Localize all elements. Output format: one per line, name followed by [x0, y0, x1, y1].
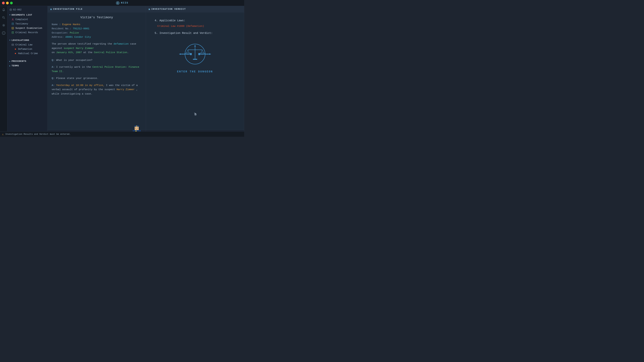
- a2-highlight2: Harry Zimmer: [116, 88, 135, 91]
- precedents-header-label: Precedents: [12, 60, 26, 62]
- svg-line-5: [4, 18, 5, 19]
- case-id: 02-002: [8, 7, 48, 13]
- sidebar: 02-002 ▼ Documents List Complaint Testim…: [8, 6, 48, 137]
- name-value: Eugene Hanks: [62, 23, 80, 26]
- svg-rect-54: [193, 59, 197, 60]
- defamation-icon: [14, 48, 17, 50]
- criminal-records-icon: [12, 31, 14, 34]
- settings-icon[interactable]: [1, 23, 6, 28]
- maximize-button[interactable]: [10, 2, 13, 4]
- sidebar-item-habitual-crime[interactable]: Habitual Crime: [8, 51, 48, 56]
- qa-item-2: A: I currently work in the Central Polic…: [52, 65, 142, 73]
- close-button[interactable]: [2, 2, 5, 4]
- file-panel-icon: ▣: [50, 8, 52, 10]
- qa-item-4: A: Yesterday at 18:00 in my office, I wa…: [52, 83, 142, 96]
- terms-header[interactable]: ▶ Terms: [8, 63, 48, 68]
- resident-value: 791212-0001: [73, 27, 90, 30]
- sidebar-item-suspect-examination[interactable]: Suspect Examination: [8, 26, 48, 30]
- main-layout: ? 02-002 ▼ Documents List Complaint: [0, 6, 244, 137]
- svg-point-6: [3, 25, 4, 26]
- search-icon[interactable]: [1, 15, 6, 20]
- address-value1: 48001: [65, 36, 73, 38]
- testimony-text3: on: [52, 51, 55, 54]
- dungeon-image: [175, 41, 215, 68]
- sidebar-item-defamation[interactable]: Defamation: [8, 47, 48, 51]
- status-warning-icon: ⚠: [2, 133, 4, 136]
- svg-rect-63: [205, 54, 206, 54]
- a1-text: I currently work in the: [56, 66, 92, 68]
- a1-label: A:: [52, 66, 55, 68]
- verdict-section4-title: 4. Applicable Laws:: [155, 19, 235, 22]
- testimony-hl4: Central Police Station: [94, 51, 127, 54]
- dungeon-area[interactable]: Enter the Dungeon: [150, 38, 240, 77]
- suspect-exam-icon: [12, 27, 14, 29]
- verdict-section-4: 4. Applicable Laws: Criminal Law #1000 (…: [150, 16, 240, 38]
- occupation-field: Occupation: Police: [52, 31, 142, 34]
- svg-marker-56: [179, 53, 181, 55]
- qa-item-1: Q: What is your occupation?: [52, 58, 142, 62]
- left-icon-strip: ?: [0, 6, 8, 137]
- sidebar-item-criminal-records[interactable]: Criminal Records: [8, 30, 48, 35]
- file-panel-content: Victim's Testimony Name : Eugene Hanks R…: [48, 12, 146, 130]
- documents-arrow-icon: ▼: [10, 14, 10, 16]
- notification-icon[interactable]: [1, 7, 6, 12]
- testimony-hl1: defamation: [114, 42, 129, 45]
- terms-header-label: Terms: [12, 64, 19, 67]
- svg-rect-60: [198, 53, 200, 55]
- documents-header-label: Documents List: [12, 14, 32, 16]
- svg-rect-33: [136, 129, 138, 129]
- address-label: Address:: [52, 36, 64, 38]
- sidebar-item-criminal-law[interactable]: Criminal Law: [8, 42, 48, 47]
- svg-point-17: [12, 28, 13, 28]
- svg-point-4: [2, 16, 4, 18]
- svg-marker-59: [209, 53, 211, 55]
- svg-point-25: [15, 49, 16, 50]
- q2-text: Please state your grievance.: [56, 77, 98, 80]
- precedents-header[interactable]: ▶ Precedents: [8, 59, 48, 63]
- investigation-file-panel: ▣ Investigation File Victim's Testimony …: [48, 6, 146, 137]
- minimize-button[interactable]: [6, 2, 9, 4]
- svg-rect-13: [12, 23, 14, 25]
- help-icon[interactable]: ?: [1, 30, 6, 35]
- resident-field: Resident No.: 791212-0001: [52, 27, 142, 30]
- qa-section: Q: What is your occupation? A: I current…: [52, 58, 142, 96]
- verdict-applicable-law: Criminal Law #1000 (Defamation): [155, 25, 235, 28]
- name-field: Name : Eugene Hanks: [52, 23, 142, 26]
- window-controls: [2, 2, 13, 4]
- investigation-verdict-panel: ▣ Investigation Verdict 4. Applicable La…: [146, 6, 244, 137]
- a2-highlight-orange: Yesterday at 18:00 in my office,: [56, 84, 104, 87]
- app-logo-text: KCIS: [121, 1, 128, 4]
- dungeon-logo: Enter the Dungeon: [175, 41, 215, 73]
- svg-point-3: [3, 11, 4, 11]
- testimony-hl3: January 6th, 2007: [56, 51, 82, 54]
- app-title: KCIS: [116, 1, 128, 5]
- criminal-law-icon: [12, 43, 14, 46]
- a2-label: A:: [52, 84, 55, 87]
- svg-rect-62: [184, 54, 185, 54]
- title-bar: KCIS: [0, 0, 244, 6]
- q1-label: Q:: [52, 59, 55, 62]
- sidebar-item-complaint[interactable]: Complaint: [8, 17, 48, 22]
- verdict-panel-title: Investigation Verdict: [151, 8, 186, 10]
- testimony-label: Testimony: [16, 22, 28, 25]
- defamation-label: Defamation: [18, 48, 32, 50]
- legislations-header[interactable]: ▼ Legislations: [8, 38, 48, 42]
- address-value2: Condor City: [74, 36, 91, 38]
- svg-point-12: [12, 18, 13, 19]
- sidebar-item-testimony[interactable]: Testimony: [8, 22, 48, 26]
- suspect-exam-label: Suspect Examination: [16, 27, 42, 29]
- legislations-arrow-icon: ▼: [10, 39, 10, 41]
- habitual-crime-icon: [14, 52, 17, 55]
- case-id-text: 02-002: [13, 8, 22, 11]
- svg-rect-31: [135, 128, 136, 128]
- svg-point-26: [15, 53, 16, 54]
- complaint-label: Complaint: [16, 18, 28, 21]
- testimony-text1: The person above testified regarding the: [52, 42, 112, 45]
- svg-rect-30: [135, 127, 139, 130]
- dungeon-text: Enter the Dungeon: [177, 70, 213, 73]
- documents-list-header[interactable]: ▼ Documents List: [8, 13, 48, 17]
- q2-label: Q:: [52, 77, 55, 80]
- document-panels: ▣ Investigation File Victim's Testimony …: [48, 6, 244, 137]
- verdict-panel-icon: ▣: [148, 8, 150, 10]
- file-panel-title: Investigation File: [53, 8, 82, 10]
